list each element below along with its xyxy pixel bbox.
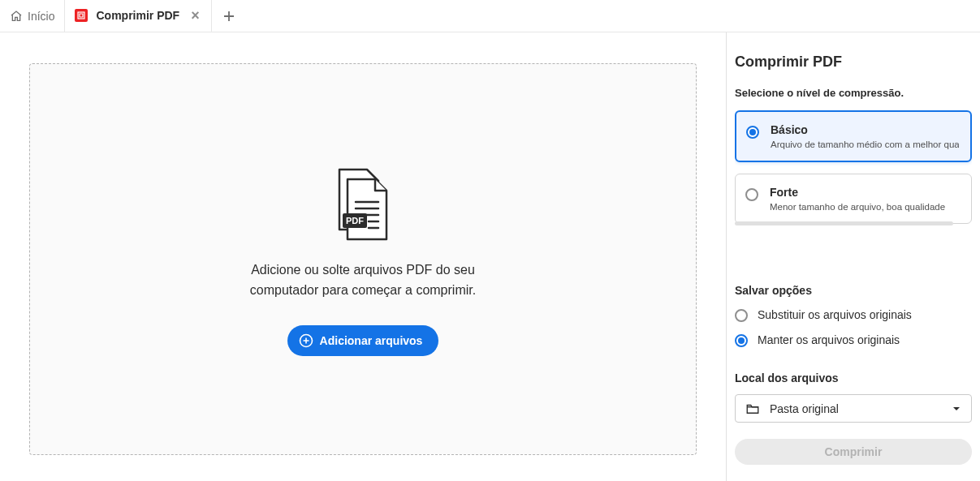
tab-compress-pdf[interactable]: Comprimir PDF × <box>65 0 211 32</box>
file-dropzone[interactable]: PDF Adicione ou solte arquivos PDF do se… <box>29 63 697 455</box>
radio-icon <box>746 126 759 139</box>
save-option-keep[interactable]: Manter os arquivos originais <box>735 332 972 347</box>
option-basic-desc: Arquivo de tamanho médio com a melhor qu… <box>771 140 959 149</box>
close-icon[interactable]: × <box>188 7 203 24</box>
option-basic-title: Básico <box>771 123 959 136</box>
scrollbar-track[interactable] <box>735 221 953 225</box>
panel-title: Comprimir PDF <box>735 54 972 71</box>
option-strong-desc: Menor tamanho de arquivo, boa qualidade <box>770 202 945 212</box>
add-files-button[interactable]: Adicionar arquivos <box>287 325 439 356</box>
pdf-documents-icon: PDF <box>330 168 396 243</box>
radio-icon <box>735 334 748 347</box>
compression-option-strong[interactable]: Forte Menor tamanho de arquivo, boa qual… <box>735 174 972 224</box>
compression-level-label: Selecione o nível de compressão. <box>735 87 972 99</box>
chevron-down-icon <box>952 404 961 414</box>
tabs-bar: Início Comprimir PDF × <box>0 0 980 32</box>
plus-icon <box>223 11 235 22</box>
add-files-label: Adicionar arquivos <box>320 334 423 347</box>
file-location-value: Pasta original <box>770 402 839 415</box>
compress-button-label: Comprimir <box>825 445 883 458</box>
settings-panel: Comprimir PDF Selecione o nível de compr… <box>727 32 980 481</box>
save-option-replace-label: Substituir os arquivos originais <box>758 308 912 321</box>
home-icon <box>10 10 23 23</box>
compression-options: Básico Arquivo de tamanho médio com a me… <box>735 110 972 225</box>
tab-active-label: Comprimir PDF <box>96 9 179 22</box>
compress-tab-icon <box>75 9 88 22</box>
compress-button[interactable]: Comprimir <box>735 439 972 465</box>
radio-icon <box>745 188 758 201</box>
main-content: PDF Adicione ou solte arquivos PDF do se… <box>0 32 980 481</box>
tab-home-label: Início <box>28 10 54 23</box>
option-strong-title: Forte <box>770 186 945 199</box>
save-option-keep-label: Manter os arquivos originais <box>758 333 900 346</box>
radio-icon <box>735 309 748 322</box>
svg-text:PDF: PDF <box>346 216 364 225</box>
tab-home[interactable]: Início <box>5 0 65 32</box>
save-options-label: Salvar opções <box>735 284 972 297</box>
plus-circle-icon <box>299 333 313 348</box>
file-location-label: Local dos arquivos <box>735 371 972 384</box>
dropzone-instructions: Adicione ou solte arquivos PDF do seu co… <box>217 260 509 301</box>
compression-option-basic[interactable]: Básico Arquivo de tamanho médio com a me… <box>735 110 972 162</box>
save-option-replace[interactable]: Substituir os arquivos originais <box>735 307 972 322</box>
file-location-dropdown[interactable]: Pasta original <box>735 394 972 422</box>
svg-rect-0 <box>78 12 84 19</box>
left-pane: PDF Adicione ou solte arquivos PDF do se… <box>0 32 727 481</box>
folder-icon <box>745 402 760 416</box>
new-tab-button[interactable] <box>212 0 246 32</box>
